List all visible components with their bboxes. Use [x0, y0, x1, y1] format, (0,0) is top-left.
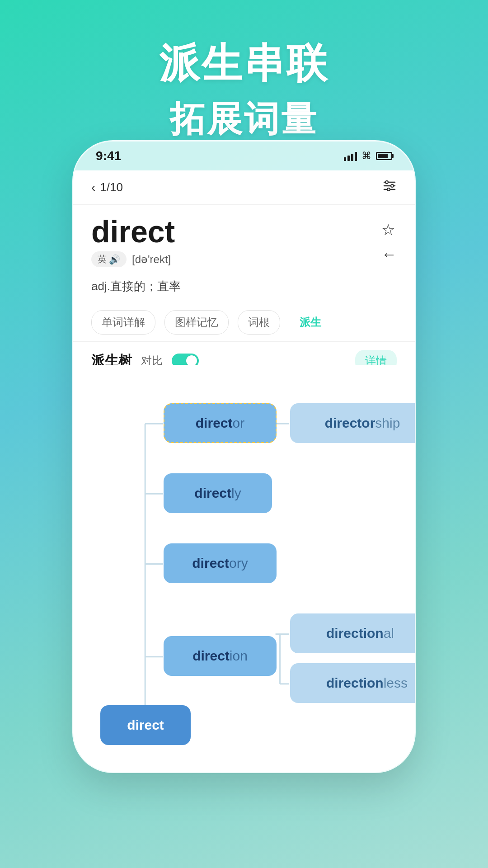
phone-mockup: 9:41 ⌘ ‹ 1/10 [72, 140, 416, 773]
word-actions: ☆ ← [381, 221, 397, 263]
favorite-icon[interactable]: ☆ [381, 221, 397, 239]
node-directionless[interactable]: directionless [290, 663, 415, 703]
signal-icon [344, 151, 357, 161]
node-directory[interactable]: directory [164, 543, 277, 583]
svg-point-5 [387, 188, 390, 191]
power-button [415, 250, 416, 295]
hero-line2: 拓展词量 [0, 96, 488, 143]
tab-root[interactable]: 词根 [238, 310, 280, 335]
wifi-icon: ⌘ [361, 150, 371, 162]
battery-icon [376, 152, 392, 160]
word-section: direct 英 🔊 [də'rekt] ☆ ← [73, 205, 415, 274]
filter-icon[interactable] [382, 179, 397, 195]
nav-left: ‹ 1/10 [91, 180, 123, 195]
word-tabs: 单词详解 图样记忆 词根 派生 [73, 303, 415, 342]
node-direction[interactable]: direction [164, 636, 277, 676]
phonetic-text: [də'rekt] [132, 253, 171, 266]
back-chevron-icon[interactable]: ‹ [91, 180, 95, 195]
nav-bar: ‹ 1/10 [73, 170, 415, 205]
lang-label: 英 [98, 253, 107, 265]
node-directorship[interactable]: directorship [290, 403, 415, 443]
tab-word-detail[interactable]: 单词详解 [91, 310, 155, 335]
speaker-icon[interactable]: 🔊 [109, 254, 120, 265]
hero-line1: 派生串联 [0, 36, 488, 91]
tree-container: director directorship directly directory… [73, 365, 415, 772]
svg-point-3 [385, 181, 388, 184]
word-title: direct [91, 216, 381, 247]
status-icons: ⌘ [344, 150, 392, 162]
page-indicator: 1/10 [100, 180, 123, 194]
node-root[interactable]: direct [100, 705, 191, 745]
tree-diagram-area: director directorship directly directory… [73, 365, 415, 772]
hero-section: 派生串联 拓展词量 [0, 0, 488, 143]
tab-image-memory[interactable]: 图样记忆 [164, 310, 229, 335]
svg-point-4 [391, 184, 394, 187]
word-phonetic: 英 🔊 [də'rekt] [91, 251, 381, 267]
node-director[interactable]: director [164, 403, 277, 443]
status-time: 9:41 [96, 149, 121, 163]
phone-frame: 9:41 ⌘ ‹ 1/10 [72, 140, 416, 773]
phone-screen: ‹ 1/10 direct [73, 170, 415, 772]
lang-badge[interactable]: 英 🔊 [91, 251, 127, 267]
node-directional[interactable]: directional [290, 613, 415, 653]
tab-derivative[interactable]: 派生 [289, 310, 332, 335]
status-bar: 9:41 ⌘ [73, 141, 415, 170]
node-directly[interactable]: directly [164, 473, 272, 513]
word-definition: adj.直接的；直率 [73, 274, 415, 303]
word-info: direct 英 🔊 [də'rekt] [91, 216, 381, 267]
arrow-back-icon[interactable]: ← [381, 245, 397, 263]
